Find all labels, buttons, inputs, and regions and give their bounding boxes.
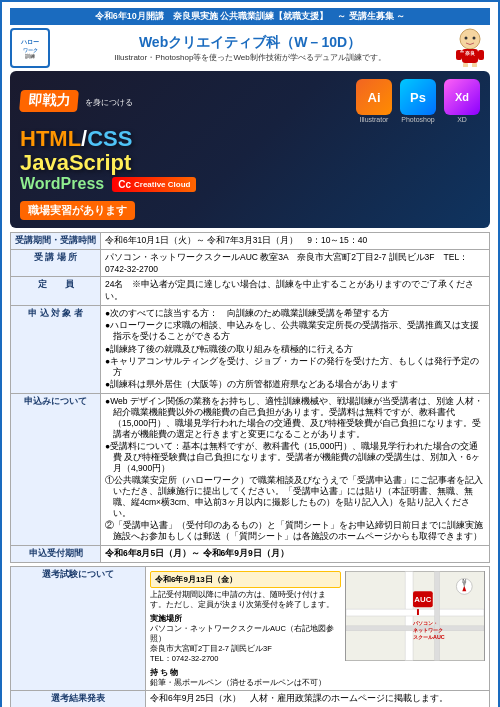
hero-title-line1: HTML/CSS: [20, 127, 480, 151]
map-section: 令和6年9月13日（金） 上記受付期間以降に申請の方は、随時受け付けます。ただし…: [150, 571, 485, 688]
ps-icon: Ps: [400, 79, 436, 115]
list-item: ●キャリアコンサルティングを受け、ジョブ・カードの発行を受けた方、もしくは発行予…: [113, 356, 485, 378]
exam-text-col: 令和6年9月13日（金） 上記受付期間以降に申請の方は、随時受け付けます。ただし…: [150, 571, 341, 688]
svg-rect-7: [463, 63, 468, 67]
svg-rect-9: [460, 51, 464, 53]
exam-table: 選考試験について 令和6年9月13日（金） 上記受付期間以降に申請の方は、随時受…: [10, 566, 490, 707]
exam-items-value: 鉛筆・黒ボールペン（消せるボールペンは不可）: [150, 678, 341, 688]
map-svg: AUC パソコン・ ネットワーク スクールAUC N: [346, 571, 484, 661]
svg-rect-15: [435, 572, 440, 661]
exam-location-value: パソコン・ネットワークスクールAUC（右記地図参照） 奈良市大宮町2丁目2-7 …: [150, 624, 341, 664]
svg-rect-6: [478, 50, 484, 60]
exam-date-label: 選考試験について: [11, 567, 146, 691]
header-row: ハロー ワーク 訓練 Webクリエイティブ科（W－10D） Illustrato…: [10, 27, 490, 69]
svg-point-3: [473, 37, 476, 40]
list-item: ●受講料について：基本は無料ですが、教科書代（15,000円）、職場見学行われた…: [113, 441, 485, 474]
list-item: ●次のすべてに該当する方： 向訓練のため職業訓練受講を希望する方: [113, 308, 485, 319]
page-title: Webクリエイティブ科（W－10D）: [50, 34, 450, 52]
period-value: 令和6年10月1日（火）～ 令和7年3月31日（月） 9：10～15：40: [101, 233, 490, 250]
eligibility-label: 申 込 対 象 者: [11, 306, 101, 393]
badge-sub: を身につける: [85, 98, 133, 107]
capacity-label: 定 員: [11, 277, 101, 306]
table-row: 申込受付期間 令和6年8月5日（月）～ 令和6年9月9日（月）: [11, 546, 490, 563]
sokuseni-badge: 即戦力: [19, 90, 79, 112]
exam-date-note: 上記受付期間以降に申請の方は、随時受け付けます。ただし、定員が決まり次第受付を終…: [150, 590, 341, 610]
period-value2: 令和6年8月5日（月）～ 令和6年9月9日（月）: [101, 546, 490, 563]
list-item: ●訓練科は県外居住（大阪等）の方所管都道府県などある場合があります: [113, 379, 485, 390]
jisshu-badge: 職場実習があります: [20, 201, 135, 220]
app-icons-row: Ai Illustrator Ps Photoshop Xd XD: [356, 79, 480, 123]
table-row: 申込みについて ●Web デザイン関係の業務をお持ちし、適性訓練機械や、戦場訓練…: [11, 393, 490, 546]
xd-label: XD: [457, 116, 467, 123]
sokuseni-area: 即戦力 を身につける: [20, 90, 133, 112]
xd-icon: Xd: [444, 79, 480, 115]
svg-text:スクールAUC: スクールAUC: [413, 634, 445, 640]
list-item: ①公共職業安定所（ハローワーク）で職業相談及びなうえで「受講申込書」にご記事者を…: [113, 475, 485, 519]
exam-items-label: 持 ち 物: [150, 667, 341, 678]
ps-label: Photoshop: [401, 116, 434, 123]
xd-icon-wrap: Xd XD: [444, 79, 480, 123]
table-row: 受 講 場 所 パソコン・ネットワークスクールAUC 教室3A 奈良市大宮町2丁…: [11, 250, 490, 277]
logo-area: ハロー ワーク 訓練: [10, 28, 50, 68]
top-banner: 令和6年10月開講 奈良県実施 公共職業訓練【就職支援】 ～ 受講生募集 ～: [10, 8, 490, 25]
table-row: 申 込 対 象 者 ●次のすべてに該当する方： 向訓練のため職業訓練受講を希望す…: [11, 306, 490, 393]
exam-location-label: 実施場所: [150, 613, 341, 624]
svg-rect-13: [346, 609, 484, 616]
results-announce-label: 選考結果発表: [11, 691, 146, 707]
mascot-icon: 奈良: [452, 27, 488, 67]
apply-value: ●Web デザイン関係の業務をお持ちし、適性訓練機械や、戦場訓練が当受講者は、別…: [101, 393, 490, 546]
svg-rect-18: [417, 609, 419, 615]
svg-rect-8: [472, 63, 477, 67]
hero-title-line2: JavaScript: [20, 151, 480, 175]
period-label: 受講期間・受講時間: [11, 233, 101, 250]
list-item: ●ハローワークに求職の相談、申込みをし、公共職業安定所長の受講指示、受講推薦又は…: [113, 320, 485, 342]
apply-label: 申込みについて: [11, 393, 101, 546]
page-container: 令和6年10月開講 奈良県実施 公共職業訓練【就職支援】 ～ 受講生募集 ～ ハ…: [0, 0, 500, 707]
svg-text:パソコン・: パソコン・: [412, 620, 438, 626]
title-center: Webクリエイティブ科（W－10D） Illustrator・Photoshop…: [50, 34, 450, 63]
svg-point-2: [465, 37, 468, 40]
ai-icon-wrap: Ai Illustrator: [356, 79, 392, 123]
subtitle: Illustrator・Photoshop等を使ったWeb制作技術が学べるデュア…: [50, 52, 450, 63]
hero-title-block: HTML/CSS JavaScript WordPress Cc Creativ…: [20, 127, 480, 193]
location-value: パソコン・ネットワークスクールAUC 教室3A 奈良市大宮町2丁目2-7 訓民ビ…: [101, 250, 490, 277]
list-item: ②「受講申込書」（受付印のあるもの）と「質問シート」をお申込締切日前日までに訓練…: [113, 520, 485, 542]
hero-title-line3-row: WordPress Cc Creative Cloud: [20, 175, 480, 193]
table-row: 受講期間・受講時間 令和6年10月1日（火）～ 令和7年3月31日（月） 9：1…: [11, 233, 490, 250]
ai-icon: Ai: [356, 79, 392, 115]
svg-text:ネットワーク: ネットワーク: [413, 627, 443, 633]
list-item: ●Web デザイン関係の業務をお持ちし、適性訓練機械や、戦場訓練が当受講者は、別…: [113, 396, 485, 440]
period-label2: 申込受付期間: [11, 546, 101, 563]
cc-badge: Cc Creative Cloud: [112, 177, 196, 192]
map-placeholder: AUC パソコン・ ネットワーク スクールAUC N: [345, 571, 485, 661]
ai-label: Illustrator: [360, 116, 389, 123]
svg-text:AUC: AUC: [414, 596, 431, 605]
hero-top: 即戦力 を身につける Ai Illustrator Ps Photoshop: [20, 79, 480, 123]
results-announce-value: 令和6年9月25日（水） 人材・雇用政策課のホームページに掲載します。: [146, 691, 490, 707]
jisshu-area: 職場実習があります: [20, 197, 480, 220]
eligibility-value: ●次のすべてに該当する方： 向訓練のため職業訓練受講を希望する方 ●ハローワーク…: [101, 306, 490, 393]
exam-date: 令和6年9月13日（金）: [150, 571, 341, 588]
location-label: 受 講 場 所: [11, 250, 101, 277]
exam-date-value: 令和6年9月13日（金） 上記受付期間以降に申請の方は、随時受け付けます。ただし…: [146, 567, 490, 691]
mascot-area: 奈良: [450, 27, 490, 69]
table-row: 定 員 24名 ※申込者が定員に達しない場合は、訓練を中止することがありますので…: [11, 277, 490, 306]
ps-icon-wrap: Ps Photoshop: [400, 79, 436, 123]
info-table: 受講期間・受講時間 令和6年10月1日（火）～ 令和7年3月31日（月） 9：1…: [10, 232, 490, 563]
list-item: ●訓練終了後の就職及び転職後の取り組みを積極的に行える方: [113, 344, 485, 355]
hero-title-line3: WordPress: [20, 175, 104, 193]
logo-box: ハロー ワーク 訓練: [10, 28, 50, 68]
hero-section: 即戦力 を身につける Ai Illustrator Ps Photoshop: [10, 71, 490, 228]
table-row: 選考結果発表 令和6年9月25日（水） 人材・雇用政策課のホームページに掲載しま…: [11, 691, 490, 707]
capacity-value: 24名 ※申込者が定員に達しない場合は、訓練を中止することがありますのでご了承く…: [101, 277, 490, 306]
svg-text:奈良: 奈良: [465, 50, 475, 56]
table-row: 選考試験について 令和6年9月13日（金） 上記受付期間以降に申請の方は、随時受…: [11, 567, 490, 691]
